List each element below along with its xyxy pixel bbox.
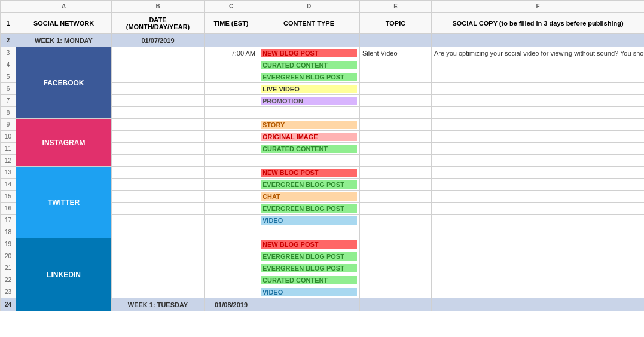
row17-time <box>205 215 258 226</box>
row-num-15: 15 <box>1 191 16 203</box>
table-row: 3 FACEBOOK 7:00 AM NEW BLOG POST Silent … <box>1 47 645 59</box>
row19-copy <box>432 238 645 250</box>
row-num-23: 23 <box>1 286 16 298</box>
content-tag-promotion: PROMOTION <box>261 97 357 105</box>
col-letter-b: B <box>112 1 205 13</box>
row9-content: STORY <box>258 119 360 131</box>
row7-content: PROMOTION <box>258 95 360 107</box>
col-letter-f: F <box>432 1 645 13</box>
row8-topic <box>360 107 432 119</box>
col-letter-c: C <box>205 1 258 13</box>
row3-date <box>112 47 205 59</box>
header-social-network: SOCIAL NETWORK <box>16 13 112 34</box>
row22-content: CURATED CONTENT <box>258 274 360 286</box>
row12-date <box>112 155 205 167</box>
row15-copy <box>432 191 645 203</box>
row5-copy <box>432 71 645 83</box>
row22-topic <box>360 274 432 286</box>
column-headers-row: 1 SOCIAL NETWORK DATE(MONTH/DAY/YEAR) TI… <box>1 13 645 34</box>
row13-time <box>205 167 258 179</box>
row6-content: LIVE VIDEO <box>258 83 360 95</box>
row19-topic <box>360 238 432 250</box>
row-num-18: 18 <box>1 226 16 238</box>
content-tag-video: VIDEO <box>261 216 357 225</box>
row22-date <box>112 274 205 286</box>
row-num-13: 13 <box>1 167 16 179</box>
row13-date <box>112 167 205 179</box>
row13-copy <box>432 167 645 179</box>
row16-time <box>205 203 258 215</box>
row-num-5: 5 <box>1 71 16 83</box>
content-tag-curated-3: CURATED CONTENT <box>261 276 357 284</box>
content-tag-new-blog-2: NEW BLOG POST <box>261 168 357 177</box>
row15-content: CHAT <box>258 191 360 203</box>
row23-copy <box>432 286 645 298</box>
row11-copy <box>432 143 645 155</box>
week1-tuesday-label: WEEK 1: TUESDAY <box>112 298 205 311</box>
row18-time <box>205 226 258 238</box>
row8-date <box>112 107 205 119</box>
row18-topic <box>360 226 432 238</box>
row24-d <box>360 298 432 311</box>
row-num-4: 4 <box>1 59 16 71</box>
header-content-type: CONTENT TYPE <box>258 13 360 34</box>
row15-time <box>205 191 258 203</box>
week1-monday-f <box>432 34 645 47</box>
row-num-24: 24 <box>1 298 16 311</box>
row5-time <box>205 71 258 83</box>
row-num-21: 21 <box>1 262 16 274</box>
row19-time <box>205 238 258 250</box>
row18-content <box>258 226 360 238</box>
header-time: TIME (EST) <box>205 13 258 34</box>
row-num-19: 19 <box>1 238 16 250</box>
row4-time <box>205 59 258 71</box>
column-letters-row: A B C D E F <box>1 1 645 13</box>
row4-topic <box>360 59 432 71</box>
row-num-20: 20 <box>1 250 16 262</box>
row21-topic <box>360 262 432 274</box>
row13-topic <box>360 167 432 179</box>
week1-monday-d <box>258 34 360 47</box>
row-num-17: 17 <box>1 215 16 226</box>
table-row: 9 INSTAGRAM STORY <box>1 119 645 131</box>
instagram-cell: INSTAGRAM <box>16 119 112 167</box>
row12-content <box>258 155 360 167</box>
row14-time <box>205 179 258 191</box>
content-tag-story: STORY <box>261 121 357 129</box>
row16-topic <box>360 203 432 215</box>
header-topic: TOPIC <box>360 13 432 34</box>
row-num-8: 8 <box>1 107 16 119</box>
week1-monday-label: WEEK 1: MONDAY <box>16 34 112 47</box>
row-num-11: 11 <box>1 143 16 155</box>
week1-monday-e <box>360 34 432 47</box>
twitter-cell: TWITTER <box>16 167 112 238</box>
row7-topic <box>360 95 432 107</box>
row7-copy <box>432 95 645 107</box>
row3-social-copy: Are you optimizing your social video for… <box>432 47 645 59</box>
row10-time <box>205 131 258 143</box>
week1-tuesday-date: 01/08/2019 <box>205 298 258 311</box>
row19-date <box>112 238 205 250</box>
row20-topic <box>360 250 432 262</box>
col-letter-e: E <box>360 1 432 13</box>
row15-topic <box>360 191 432 203</box>
content-tag-curated-2: CURATED CONTENT <box>261 145 357 153</box>
row10-copy <box>432 131 645 143</box>
row21-content: EVERGREEN BLOG POST <box>258 262 360 274</box>
facebook-cell: FACEBOOK <box>16 47 112 119</box>
row24-c <box>258 298 360 311</box>
week1-monday-row: 2 WEEK 1: MONDAY 01/07/2019 <box>1 34 645 47</box>
row-num-2: 2 <box>1 34 16 47</box>
content-tag-evergreen-4: EVERGREEN BLOG POST <box>261 252 357 261</box>
row22-copy <box>432 274 645 286</box>
row23-topic <box>360 286 432 298</box>
content-tag-chat: CHAT <box>261 192 357 201</box>
row16-content: EVERGREEN BLOG POST <box>258 203 360 215</box>
row11-date <box>112 143 205 155</box>
row9-date <box>112 119 205 131</box>
row16-copy <box>432 203 645 215</box>
row12-time <box>205 155 258 167</box>
content-tag-evergreen-2: EVERGREEN BLOG POST <box>261 180 357 189</box>
row6-copy <box>432 83 645 95</box>
row8-copy <box>432 107 645 119</box>
